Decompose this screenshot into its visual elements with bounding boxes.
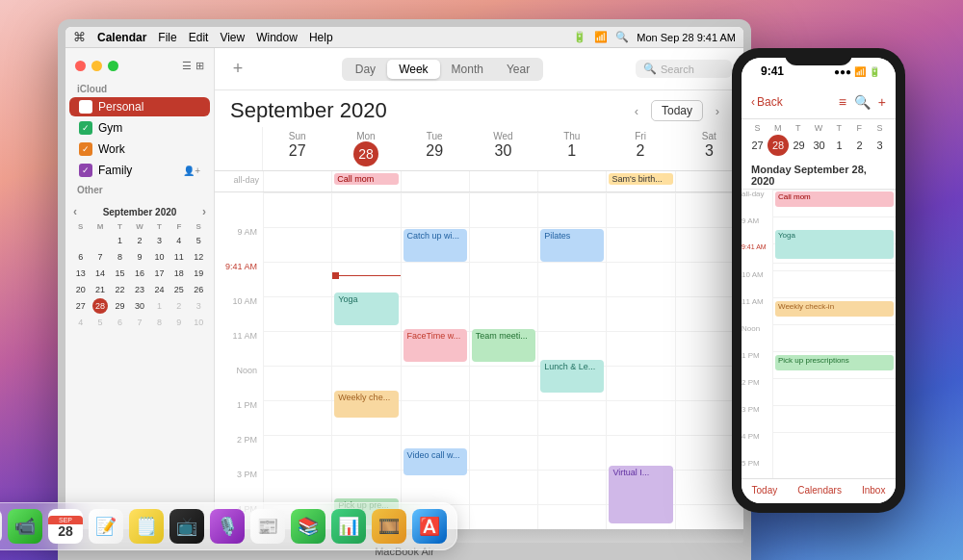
keynote-icon[interactable]: 🎞️ <box>372 509 406 544</box>
mini-day-17[interactable]: 17 <box>151 266 167 281</box>
menu-help[interactable]: Help <box>309 31 333 44</box>
mini-day-oct10[interactable]: 10 <box>191 315 206 330</box>
year-view-button[interactable]: Year <box>495 60 541 79</box>
sidebar-item-family[interactable]: ✓ Family 👤+ <box>69 161 210 180</box>
minimize-button[interactable] <box>91 61 102 71</box>
add-person-icon[interactable]: 👤+ <box>183 165 200 176</box>
mini-day-16[interactable]: 16 <box>132 266 147 281</box>
mini-day-22[interactable]: 22 <box>113 282 128 297</box>
calendar-icon[interactable]: SEP 28 <box>48 509 83 544</box>
allday-fri[interactable]: Sam's birth... <box>606 171 674 191</box>
cal-prev-button[interactable]: ‹ <box>626 100 647 121</box>
mini-day-6[interactable]: 6 <box>73 249 89 265</box>
sidebar-item-work[interactable]: ✓ Work <box>69 140 210 159</box>
mini-day-3[interactable]: 3 <box>151 233 167 248</box>
numbers-icon[interactable]: 📊 <box>331 509 366 544</box>
allday-mon[interactable]: Call mom <box>331 171 400 191</box>
mini-day-oct2[interactable]: 2 <box>171 298 187 314</box>
iphone-cell-2[interactable]: 2 <box>849 135 870 156</box>
event-pilates[interactable]: Pilates <box>540 229 604 262</box>
mini-day-oct8[interactable]: 8 <box>151 315 167 330</box>
iphone-event-weeklycheckin[interactable]: Weekly check-in <box>775 301 894 317</box>
iphone-cell-3[interactable]: 3 <box>870 135 890 156</box>
mini-day-14[interactable]: 14 <box>92 266 108 281</box>
menu-file[interactable]: File <box>158 31 176 44</box>
mini-day-20[interactable]: 20 <box>73 282 89 297</box>
cal-next-button[interactable]: › <box>707 100 728 121</box>
mini-day-27[interactable]: 27 <box>73 298 89 314</box>
event-sams-birthday[interactable]: Sam's birth... <box>609 173 672 185</box>
iphone-search-icon[interactable]: 🔍 <box>854 94 871 110</box>
notes-icon[interactable]: 🗒️ <box>129 509 164 544</box>
mini-day-30[interactable]: 30 <box>132 298 147 314</box>
mini-day-9[interactable]: 9 <box>132 249 147 265</box>
mini-cal-prev[interactable]: ‹ <box>73 205 77 218</box>
add-event-button[interactable]: + <box>226 58 249 81</box>
iphone-cell-27[interactable]: 27 <box>747 135 768 156</box>
mini-day-oct6[interactable]: 6 <box>113 315 128 330</box>
event-lunch[interactable]: Lunch & Le... <box>540 360 604 393</box>
mini-day-oct1[interactable]: 1 <box>151 298 167 314</box>
iphone-add-icon[interactable]: + <box>878 94 886 110</box>
mini-day-oct5[interactable]: 5 <box>92 315 108 330</box>
event-facetime[interactable]: FaceTime w... <box>403 329 467 362</box>
mini-day-7[interactable]: 7 <box>92 249 108 265</box>
mini-day-24[interactable]: 24 <box>151 282 167 297</box>
iphone-event-yoga[interactable]: Yoga <box>775 230 894 259</box>
apple-logo-icon[interactable]: ⌘ <box>73 30 86 44</box>
mini-day-oct3[interactable]: 3 <box>191 298 206 314</box>
week-view-button[interactable]: Week <box>387 60 439 79</box>
day-view-button[interactable]: Day <box>344 60 387 79</box>
menu-view[interactable]: View <box>220 31 245 44</box>
event-call-mom[interactable]: Call mom <box>334 173 398 185</box>
iphone-back-button[interactable]: ‹ Back <box>751 95 783 109</box>
today-button[interactable]: Today <box>651 100 703 121</box>
sidebar-item-personal[interactable]: ✓ Personal <box>69 97 210 116</box>
event-virtual[interactable]: Virtual I... <box>609 466 672 523</box>
ibooks-icon[interactable]: 📚 <box>291 509 325 544</box>
event-weekly-checkin[interactable]: Weekly che... <box>334 391 398 418</box>
reminders-icon[interactable]: 📝 <box>89 509 123 544</box>
mini-day-28-today[interactable]: 28 <box>92 298 108 314</box>
maximize-button[interactable] <box>108 61 118 71</box>
mini-day-29[interactable]: 29 <box>113 298 128 314</box>
iphone-cell-29[interactable]: 29 <box>789 135 809 156</box>
mini-day-15[interactable]: 15 <box>113 266 128 281</box>
iphone-tab-inbox[interactable]: Inbox <box>862 485 885 496</box>
mini-day-25[interactable]: 25 <box>171 282 187 297</box>
mini-day-5[interactable]: 5 <box>191 233 206 248</box>
mini-day-13[interactable]: 13 <box>73 266 89 281</box>
mini-day-21[interactable]: 21 <box>92 282 108 297</box>
mini-day-4[interactable]: 4 <box>171 233 187 248</box>
menu-window[interactable]: Window <box>256 31 298 44</box>
iphone-event-pickup[interactable]: Pick up prescriptions <box>775 355 894 370</box>
event-yoga[interactable]: Yoga <box>334 293 398 325</box>
iphone-list-icon[interactable]: ≡ <box>839 94 846 110</box>
mini-cal-next[interactable]: › <box>202 205 206 218</box>
event-catch-up[interactable]: Catch up wi... <box>403 229 467 262</box>
mini-day-19[interactable]: 19 <box>191 266 206 281</box>
sidebar-item-gym[interactable]: ✓ Gym <box>69 118 210 138</box>
mini-day-12[interactable]: 12 <box>191 249 206 265</box>
close-button[interactable] <box>75 61 86 71</box>
mini-day-2[interactable]: 2 <box>132 233 147 248</box>
search-bar[interactable]: 🔍 Search <box>636 60 732 78</box>
menu-edit[interactable]: Edit <box>189 31 209 44</box>
mini-day-oct9[interactable]: 9 <box>171 315 187 330</box>
mini-day-11[interactable]: 11 <box>171 249 187 265</box>
mini-day-oct7[interactable]: 7 <box>132 315 147 330</box>
event-team-meeting[interactable]: Team meeti... <box>472 329 535 362</box>
mini-day-oct4[interactable]: 4 <box>73 315 89 330</box>
mini-day-10[interactable]: 10 <box>151 249 167 265</box>
mini-day-18[interactable]: 18 <box>171 266 187 281</box>
iphone-cell-1[interactable]: 1 <box>829 135 849 156</box>
podcasts-icon[interactable]: 🎙️ <box>210 509 245 544</box>
appletv-icon[interactable]: 📺 <box>169 509 204 544</box>
facetime-icon[interactable]: 📹 <box>8 509 42 544</box>
iphone-tab-calendars[interactable]: Calendars <box>797 485 842 496</box>
event-video-call[interactable]: Video call w... <box>403 448 467 475</box>
mini-day-26[interactable]: 26 <box>191 282 206 297</box>
iphone-cell-28[interactable]: 28 <box>768 135 789 156</box>
mini-day-1[interactable]: 1 <box>113 233 128 248</box>
sidebar-grid-icon[interactable]: ⊞ <box>195 60 204 72</box>
